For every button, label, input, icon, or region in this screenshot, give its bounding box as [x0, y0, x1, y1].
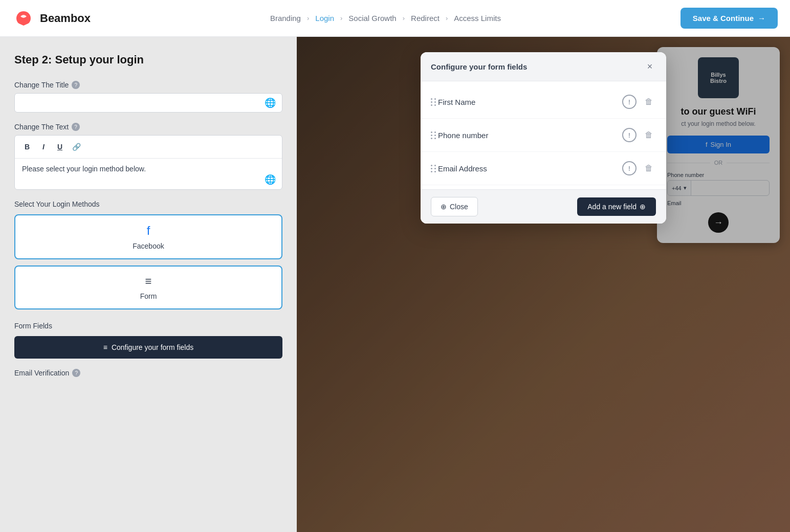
nav-step-branding[interactable]: Branding	[270, 14, 301, 23]
phone-number-actions: ! 🗑	[622, 128, 656, 142]
close-circle-icon: ⊕	[441, 203, 447, 211]
nav-steps: Branding › Login › Social Growth › Redir…	[270, 14, 501, 23]
title-input[interactable]: Welcome to our guest WiFi	[15, 94, 258, 112]
editor-content[interactable]: Please select your login method below. 🌐	[15, 159, 282, 189]
configure-form-fields-button[interactable]: ≡ Configure your form fields	[14, 336, 282, 359]
form-fields-label: Form Fields	[14, 322, 282, 330]
modal-overlay: Configure your form fields ×	[297, 37, 790, 532]
email-address-info-button[interactable]: !	[622, 161, 637, 175]
field-row-email-address: Email Address ! 🗑	[421, 152, 666, 185]
configure-fields-modal: Configure your form fields ×	[421, 52, 666, 224]
email-verification-section: Email Verification ?	[14, 369, 282, 377]
top-nav: Beambox Branding › Login › Social Growth…	[0, 0, 790, 37]
first-name-label: First Name	[438, 98, 622, 106]
right-panel: Billys Bistro to our guest WiFi ct your …	[297, 37, 790, 532]
phone-number-info-button[interactable]: !	[622, 128, 637, 142]
text-editor: B I U 🔗 Please select your login method …	[14, 135, 282, 190]
add-new-field-button[interactable]: Add a new field ⊕	[577, 197, 656, 216]
left-panel: Step 2: Setup your login Change The Titl…	[0, 37, 297, 532]
email-address-label: Email Address	[438, 164, 622, 173]
facebook-method: f Facebook	[14, 214, 282, 265]
form-button[interactable]: ≡ Form	[14, 265, 282, 309]
phone-number-label: Phone number	[438, 131, 622, 140]
first-name-info-button[interactable]: !	[622, 95, 637, 109]
title-field-label: Change The Title ?	[14, 81, 282, 89]
first-name-delete-button[interactable]: 🗑	[642, 95, 656, 109]
plus-circle-icon: ⊕	[640, 203, 646, 211]
phone-number-delete-button[interactable]: 🗑	[642, 128, 656, 142]
facebook-icon: f	[147, 224, 150, 238]
drag-handle-email-address[interactable]	[431, 165, 438, 172]
link-button[interactable]: 🔗	[69, 140, 83, 154]
login-methods-section: Select Your Login Methods f Facebook ≡ F…	[14, 200, 282, 309]
modal-title: Configure your form fields	[431, 62, 527, 71]
nav-step-login[interactable]: Login	[315, 14, 334, 23]
bold-button[interactable]: B	[20, 140, 34, 154]
modal-footer: ⊕ Close Add a new field ⊕	[421, 189, 666, 224]
underline-button[interactable]: U	[53, 140, 67, 154]
modal-header: Configure your form fields ×	[421, 52, 666, 81]
form-fields-section: Form Fields ≡ Configure your form fields	[14, 322, 282, 359]
email-verification-label: Email Verification ?	[14, 369, 282, 377]
form-icon: ≡	[145, 275, 152, 288]
step-title: Step 2: Setup your login	[14, 53, 282, 66]
field-row-phone-number: Phone number ! 🗑	[421, 119, 666, 152]
nav-step-access-limits[interactable]: Access Limits	[454, 14, 501, 23]
editor-globe-icon[interactable]: 🌐	[265, 174, 276, 185]
editor-toolbar: B I U 🔗	[15, 136, 282, 159]
modal-close-x-button[interactable]: ×	[644, 60, 656, 73]
email-help-icon[interactable]: ?	[72, 369, 80, 377]
text-help-icon[interactable]: ?	[72, 123, 80, 131]
italic-button[interactable]: I	[36, 140, 51, 154]
field-row-first-name: First Name ! 🗑	[421, 85, 666, 119]
nav-step-redirect[interactable]: Redirect	[411, 14, 440, 23]
app-name: Beambox	[40, 12, 91, 25]
email-address-delete-button[interactable]: 🗑	[642, 161, 656, 175]
text-field-label: Change The Text ?	[14, 123, 282, 131]
drag-handle-phone-number[interactable]	[431, 131, 438, 139]
main-layout: Step 2: Setup your login Change The Titl…	[0, 37, 790, 532]
save-continue-button[interactable]: Save & Continue →	[681, 8, 778, 29]
beambox-logo-icon	[12, 7, 35, 30]
arrow-right-icon: →	[758, 14, 765, 23]
title-help-icon[interactable]: ?	[72, 81, 80, 89]
title-input-row: Welcome to our guest WiFi 🌐	[14, 93, 282, 113]
drag-handle-first-name[interactable]	[431, 98, 438, 106]
facebook-row: f Facebook	[14, 214, 282, 265]
title-globe-icon[interactable]: 🌐	[258, 97, 282, 108]
nav-step-social-growth[interactable]: Social Growth	[348, 14, 396, 23]
modal-body: First Name ! 🗑	[421, 81, 666, 189]
facebook-button[interactable]: f Facebook	[14, 214, 282, 259]
email-address-actions: ! 🗑	[622, 161, 656, 175]
configure-icon: ≡	[103, 343, 107, 351]
first-name-actions: ! 🗑	[622, 95, 656, 109]
modal-close-button[interactable]: ⊕ Close	[431, 197, 478, 216]
logo: Beambox	[12, 7, 91, 30]
methods-title: Select Your Login Methods	[14, 200, 282, 208]
